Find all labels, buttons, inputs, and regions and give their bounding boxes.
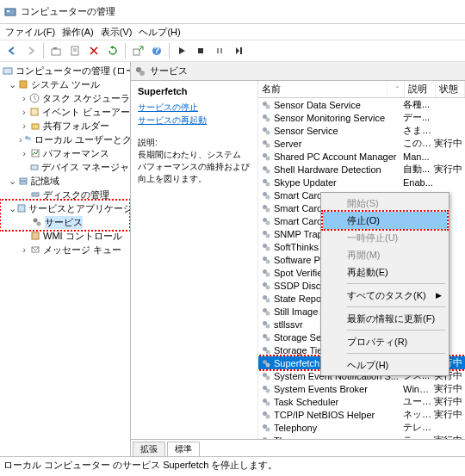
ctx-pause: 一時停止(U) <box>323 229 447 246</box>
menu-help[interactable]: ヘルプ(H) <box>139 26 180 39</box>
restart-service-link[interactable]: サービスの再起動 <box>138 114 251 127</box>
svg-rect-26 <box>18 205 25 212</box>
svg-point-40 <box>266 143 270 147</box>
tree-svcapp[interactable]: ⌄サービスとアプリケーション <box>2 201 128 215</box>
svg-point-74 <box>266 362 270 367</box>
right-pane: サービス Superfetch サービスの停止 サービスの再起動 説明: 長期間… <box>131 62 465 456</box>
service-row[interactable]: Themesテーマ...実行中 <box>258 434 465 439</box>
svg-point-34 <box>266 104 270 108</box>
col-status[interactable]: 状態 <box>436 81 465 97</box>
stop-button[interactable] <box>192 42 209 59</box>
service-desc: WinR... <box>403 384 434 394</box>
tab-extended[interactable]: 拡張 <box>133 442 165 456</box>
tree-task[interactable]: ›タスク スケジューラ <box>0 91 130 105</box>
service-name: Sensor Data Service <box>274 100 403 110</box>
service-status: 実行中 <box>434 137 463 150</box>
svg-rect-25 <box>32 193 39 196</box>
up-button[interactable] <box>47 42 65 59</box>
svg-point-36 <box>266 117 270 121</box>
menu-view[interactable]: 表示(V) <box>101 26 133 39</box>
forward-button[interactable] <box>22 42 40 59</box>
ctx-restart[interactable]: 再起動(E) <box>323 263 447 281</box>
col-name[interactable]: 名前 <box>258 81 388 97</box>
svg-point-46 <box>266 182 270 186</box>
svg-rect-12 <box>220 48 222 53</box>
service-icon <box>260 202 272 214</box>
context-menu: 開始(S) 停止(O) 一時停止(U) 再開(M) 再起動(E) すべてのタスク… <box>320 192 450 376</box>
tree-users[interactable]: ›ローカル ユーザーとグループ <box>0 133 130 146</box>
tab-standard[interactable]: 標準 <box>167 442 200 456</box>
service-row[interactable]: Serverこのコ...実行中 <box>258 137 465 150</box>
svg-text:?: ? <box>154 45 160 55</box>
svg-rect-14 <box>3 68 12 74</box>
svg-rect-7 <box>133 49 140 55</box>
service-icon <box>260 331 272 343</box>
svg-point-52 <box>266 220 270 225</box>
service-row[interactable]: TCP/IP NetBIOS Helperネット...実行中 <box>258 408 465 421</box>
service-row[interactable]: Shared PC Account ManagerMan... <box>258 150 465 163</box>
service-name: TCP/IP NetBIOS Helper <box>274 410 403 420</box>
service-icon <box>260 396 272 408</box>
tree-shared[interactable]: ›共有フォルダー <box>0 119 130 133</box>
refresh-button[interactable] <box>104 42 121 59</box>
restart-button[interactable] <box>230 42 247 59</box>
service-row[interactable]: Telephonyテレフ... <box>258 421 465 434</box>
tree-device[interactable]: デバイス マネージャー <box>0 160 130 174</box>
tree-services[interactable]: サービス <box>2 215 128 229</box>
ctx-alltasks[interactable]: すべてのタスク(K)▶ <box>323 287 447 304</box>
tree-perf[interactable]: ›パフォーマンス <box>0 146 130 160</box>
delete-button[interactable] <box>85 42 102 59</box>
service-icon <box>260 293 272 305</box>
service-name: Server <box>274 139 403 149</box>
svg-point-80 <box>266 401 270 405</box>
menu-action[interactable]: 操作(A) <box>62 26 94 39</box>
tree-root[interactable]: コンピューターの管理 (ローカル) <box>0 64 130 77</box>
ctx-stop[interactable]: 停止(O) <box>323 212 447 229</box>
service-row[interactable]: Sensor Data Service各種... <box>258 98 465 111</box>
tree-disk[interactable]: ディスクの管理 <box>0 188 130 201</box>
service-row[interactable]: System Events BrokerWinR...実行中 <box>258 382 465 395</box>
pause-button[interactable] <box>211 42 228 59</box>
svg-point-38 <box>266 130 270 134</box>
export-button[interactable] <box>129 42 146 59</box>
help-button[interactable]: ? <box>148 42 165 59</box>
service-desc: 各種... <box>403 98 434 111</box>
stop-service-link[interactable]: サービスの停止 <box>138 102 251 114</box>
col-desc[interactable]: 説明 <box>405 81 436 97</box>
service-row[interactable]: Shell Hardware Detection自動...実行中 <box>258 163 465 176</box>
svg-point-54 <box>266 233 270 238</box>
svg-rect-10 <box>198 48 203 53</box>
svg-point-56 <box>266 246 270 250</box>
tree-event[interactable]: ›イベント ビューアー <box>0 105 130 119</box>
service-name: Shared PC Account Manager <box>274 151 403 162</box>
ctx-properties[interactable]: プロパティ(R) <box>323 333 447 350</box>
list-pane: 名前 ⌃ 説明 状態 Sensor Data Service各種...Senso… <box>258 81 465 439</box>
service-icon <box>260 435 272 440</box>
service-row[interactable]: Skype UpdaterEnab... <box>258 176 465 189</box>
service-desc: テレフ... <box>403 421 434 434</box>
svg-point-68 <box>266 324 270 328</box>
properties-button[interactable] <box>66 42 84 59</box>
play-button[interactable] <box>173 42 190 59</box>
tree-wmi[interactable]: WMI コントロール <box>0 229 130 243</box>
service-desc: テーマ... <box>403 434 434 439</box>
svg-point-28 <box>37 222 41 226</box>
service-row[interactable]: Task Schedulerユーザ...実行中 <box>258 395 465 408</box>
sort-indicator-icon: ⌃ <box>388 81 405 97</box>
tree-msgq[interactable]: ›メッセージ キュー <box>0 243 130 257</box>
service-desc: Man... <box>403 151 434 162</box>
service-row[interactable]: Sensor Monitoring Serviceデー... <box>258 111 465 124</box>
ctx-help[interactable]: ヘルプ(H) <box>323 356 447 374</box>
svg-rect-0 <box>5 9 16 15</box>
detail-desc-label: 説明: <box>138 137 251 149</box>
back-button[interactable] <box>3 42 21 59</box>
svg-rect-13 <box>240 47 242 54</box>
ctx-refresh[interactable]: 最新の情報に更新(F) <box>323 310 447 327</box>
service-icon <box>260 344 272 356</box>
service-row[interactable]: Sensor Serviceさまざ... <box>258 124 465 137</box>
tree-systools[interactable]: ⌄システム ツール <box>0 77 130 91</box>
service-icon <box>260 99 272 111</box>
menu-file[interactable]: ファイル(F) <box>5 26 55 39</box>
detail-desc-text: 長期間にわたり、システム パフォーマンスの維持および向上を図ります。 <box>138 149 251 185</box>
tree-storage[interactable]: ⌄記憶域 <box>0 174 130 188</box>
